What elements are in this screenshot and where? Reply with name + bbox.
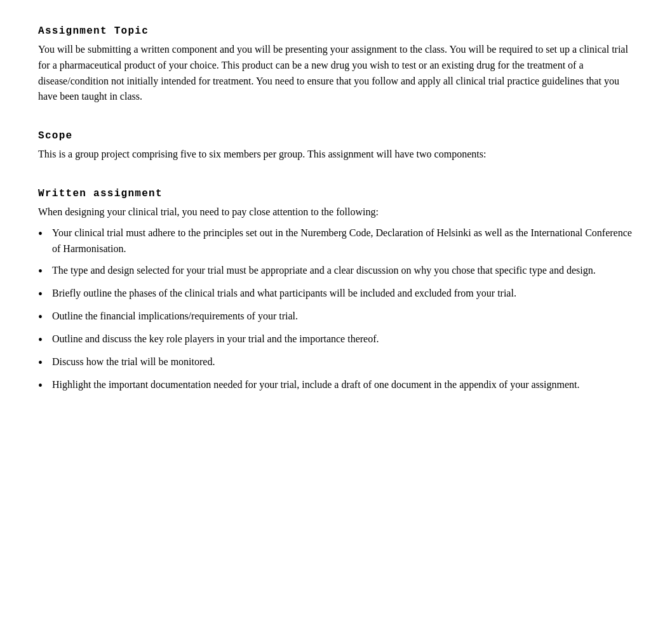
bullet-icon: • bbox=[38, 263, 52, 279]
list-item: •Outline and discuss the key role player… bbox=[38, 331, 634, 348]
list-item: •The type and design selected for your t… bbox=[38, 263, 634, 279]
bullet-text: Briefly outline the phases of the clinic… bbox=[52, 286, 634, 302]
spacer-1 bbox=[38, 120, 634, 130]
assignment-topic-title: Assignment Topic bbox=[38, 25, 634, 37]
bullet-icon: • bbox=[38, 354, 52, 371]
bullet-text: The type and design selected for your tr… bbox=[52, 263, 634, 279]
list-item: •Briefly outline the phases of the clini… bbox=[38, 286, 634, 302]
spacer-2 bbox=[38, 178, 634, 188]
scope-section: Scope This is a group project comprising… bbox=[38, 130, 634, 163]
written-assignment-section: Written assignment When designing your c… bbox=[38, 188, 634, 394]
list-item: •Outline the financial implications/requ… bbox=[38, 309, 634, 325]
bullet-icon: • bbox=[38, 286, 52, 302]
bullet-icon: • bbox=[38, 331, 52, 348]
assignment-topic-section: Assignment Topic You will be submitting … bbox=[38, 25, 634, 105]
bullet-text: Highlight the important documentation ne… bbox=[52, 377, 634, 393]
scope-body: This is a group project comprising five … bbox=[38, 147, 634, 163]
bullet-text: Outline the financial implications/requi… bbox=[52, 309, 634, 324]
bullet-icon: • bbox=[38, 225, 52, 242]
list-item: •Highlight the important documentation n… bbox=[38, 377, 634, 394]
bullet-text: Your clinical trial must adhere to the p… bbox=[52, 225, 634, 257]
written-assignment-intro: When designing your clinical trial, you … bbox=[38, 204, 634, 220]
assignment-topic-body: You will be submitting a written compone… bbox=[38, 42, 634, 105]
bullet-text: Outline and discuss the key role players… bbox=[52, 331, 634, 347]
written-assignment-bullet-list: •Your clinical trial must adhere to the … bbox=[38, 225, 634, 394]
list-item: •Discuss how the trial will be monitored… bbox=[38, 354, 634, 371]
bullet-icon: • bbox=[38, 377, 52, 394]
bullet-text: Discuss how the trial will be monitored. bbox=[52, 354, 634, 370]
written-assignment-title: Written assignment bbox=[38, 188, 634, 199]
scope-title: Scope bbox=[38, 130, 634, 142]
bullet-icon: • bbox=[38, 309, 52, 325]
list-item: •Your clinical trial must adhere to the … bbox=[38, 225, 634, 257]
